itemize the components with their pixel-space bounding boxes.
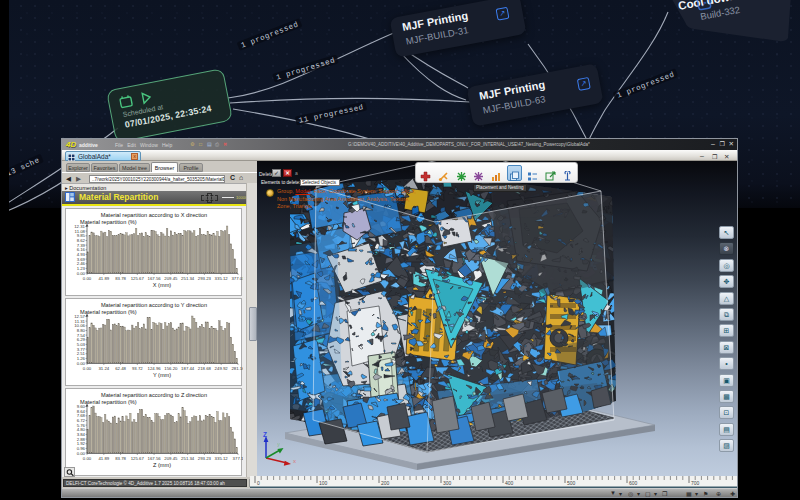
svg-text:93.72: 93.72 [132,366,143,371]
svg-text:293.23: 293.23 [198,456,212,461]
svg-text:Material repartition according: Material repartition according to X dire… [101,212,207,218]
svg-text:83.78: 83.78 [115,456,126,461]
svg-text:Material repartition according: Material repartition according to Z dire… [101,392,207,398]
svg-text:0: 0 [257,480,260,486]
svg-text:249.92: 249.92 [215,366,229,371]
svg-text:X (mm): X (mm) [153,282,171,288]
svg-text:200: 200 [381,480,390,486]
svg-text:377.01: 377.01 [231,276,243,281]
svg-text:62.48: 62.48 [115,366,126,371]
svg-text:218.68: 218.68 [198,366,212,371]
svg-text:187.44: 187.44 [181,366,195,371]
svg-text:Z: Z [263,431,267,438]
svg-text:700: 700 [691,480,700,486]
svg-text:Material repartition (%): Material repartition (%) [80,219,137,225]
svg-text:300: 300 [443,480,452,486]
svg-text:400: 400 [505,480,514,486]
svg-text:209.45: 209.45 [164,456,178,461]
svg-text:600: 600 [629,480,638,486]
svg-text:0.00: 0.00 [83,456,92,461]
svg-text:251.34: 251.34 [181,456,195,461]
svg-text:0.00: 0.00 [83,276,92,281]
svg-text:Material repartition (%): Material repartition (%) [80,399,137,405]
svg-text:167.56: 167.56 [148,276,162,281]
svg-text:Y (mm): Y (mm) [153,372,171,378]
svg-text:Z (mm): Z (mm) [153,462,171,468]
svg-text:335.12: 335.12 [215,456,229,461]
svg-text:125.67: 125.67 [131,276,145,281]
svg-text:x: x [293,458,296,464]
svg-text:124.96: 124.96 [148,366,162,371]
svg-text:31.24: 31.24 [98,366,109,371]
svg-text:281.16: 281.16 [231,366,243,371]
svg-text:335.12: 335.12 [215,276,229,281]
svg-text:41.89: 41.89 [98,276,109,281]
svg-text:156.20: 156.20 [164,366,178,371]
svg-text:Material repartition (%): Material repartition (%) [80,309,137,315]
svg-text:377.1: 377.1 [233,456,243,461]
svg-text:125.67: 125.67 [131,456,145,461]
svg-text:Material repartition according: Material repartition according to Y dire… [101,302,207,308]
svg-text:209.45: 209.45 [164,276,178,281]
svg-text:167.56: 167.56 [148,456,162,461]
svg-text:0.00: 0.00 [83,366,92,371]
svg-text:41.89: 41.89 [98,456,109,461]
svg-text:y: y [277,441,280,447]
svg-text:251.34: 251.34 [181,276,195,281]
svg-text:100: 100 [319,480,328,486]
svg-text:500: 500 [567,480,576,486]
svg-text:83.78: 83.78 [115,276,126,281]
svg-text:293.23: 293.23 [198,276,212,281]
